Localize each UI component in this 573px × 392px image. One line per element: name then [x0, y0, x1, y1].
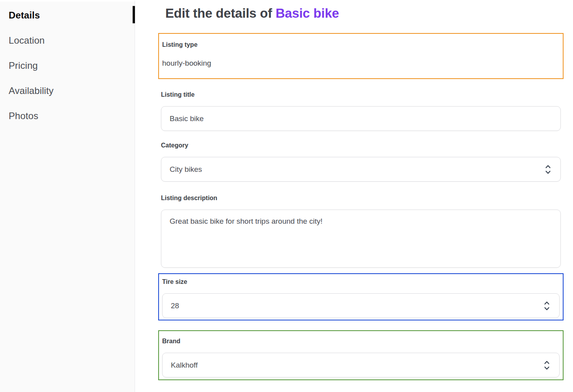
main-content: Edit the details of Basic bike Listing t… [135, 0, 573, 392]
listing-title-label: Listing title [161, 91, 561, 98]
category-selected-value: City bikes [170, 165, 202, 174]
listing-type-field-group: Listing type hourly-booking [158, 33, 564, 79]
page-title-listing-name: Basic bike [275, 6, 339, 20]
sidebar-item-details[interactable]: Details [0, 3, 135, 28]
listing-title-field-group: Listing title [158, 91, 564, 131]
sidebar-item-label: Pricing [9, 60, 38, 71]
sidebar: Details Location Pricing Availability Ph… [0, 0, 135, 392]
brand-selected-value: Kalkhoff [171, 361, 198, 370]
listing-type-value: hourly-booking [162, 59, 560, 68]
brand-select[interactable]: Kalkhoff [162, 353, 560, 377]
listing-title-input[interactable] [161, 106, 561, 131]
sidebar-item-label: Location [9, 35, 45, 46]
category-label: Category [161, 142, 561, 149]
brand-field-group: Brand Kalkhoff [158, 330, 564, 380]
category-field-group: Category City bikes [158, 142, 564, 182]
listing-description-textarea[interactable]: Great basic bike for short trips around … [161, 210, 561, 268]
page-title-prefix: Edit the details of [165, 6, 275, 20]
sidebar-item-availability[interactable]: Availability [0, 78, 135, 103]
sidebar-item-label: Details [9, 10, 40, 21]
up-down-chevron-icon [543, 300, 550, 312]
category-select[interactable]: City bikes [161, 157, 561, 182]
tire-size-select[interactable]: 28 [162, 293, 560, 318]
listing-type-label: Listing type [162, 41, 560, 48]
sidebar-item-pricing[interactable]: Pricing [0, 53, 135, 78]
tire-size-selected-value: 28 [171, 302, 179, 310]
active-indicator-bar [133, 6, 135, 23]
app-window: Details Location Pricing Availability Ph… [0, 0, 573, 392]
sidebar-item-label: Photos [9, 110, 38, 121]
listing-edit-form: Listing type hourly-booking Listing titl… [158, 33, 564, 380]
up-down-chevron-icon [545, 164, 551, 175]
tire-size-label: Tire size [162, 278, 560, 285]
sidebar-item-photos[interactable]: Photos [0, 103, 135, 129]
listing-description-label: Listing description [161, 194, 561, 202]
sidebar-item-label: Availability [9, 85, 54, 96]
listing-description-field-group: Listing description Great basic bike for… [158, 194, 564, 268]
sidebar-item-location[interactable]: Location [0, 28, 135, 53]
up-down-chevron-icon [543, 359, 550, 371]
tire-size-field-group: Tire size 28 [158, 273, 564, 320]
brand-label: Brand [162, 337, 560, 345]
page-title: Edit the details of Basic bike [165, 6, 564, 21]
